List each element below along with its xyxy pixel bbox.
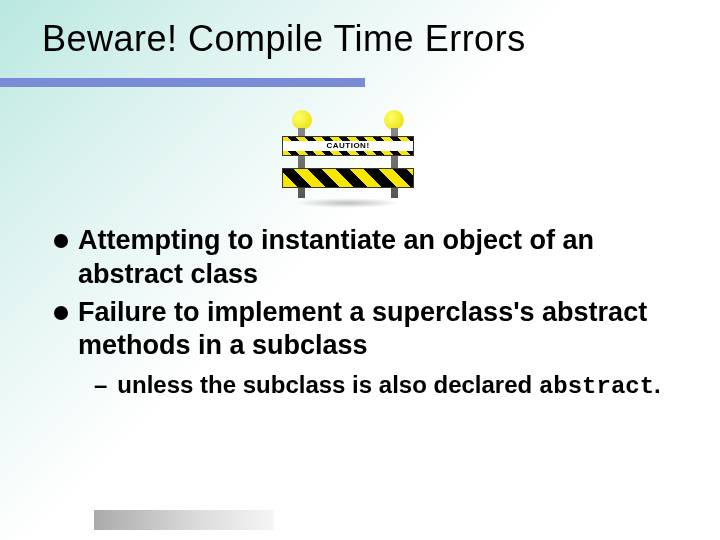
sub-bullet-item: – unless the subclass is also declared a… (94, 369, 680, 402)
slide-title: Beware! Compile Time Errors (0, 0, 720, 60)
bullet-icon (54, 234, 68, 248)
bullet-text: Failure to implement a superclass's abst… (78, 296, 680, 364)
caution-board: CAUTION! (282, 136, 414, 156)
footer-accent-bar (94, 510, 274, 530)
barricade-stripe-board (282, 168, 414, 188)
slide-body: Attempting to instantiate an object of a… (54, 224, 680, 402)
warning-light-icon (292, 110, 312, 130)
caution-sign-icon: CAUTION! (278, 110, 418, 202)
bullet-item: Failure to implement a superclass's abst… (54, 296, 680, 364)
code-keyword: abstract (539, 373, 654, 400)
warning-light-icon (384, 110, 404, 130)
bullet-text: Attempting to instantiate an object of a… (78, 224, 680, 292)
title-underline (0, 78, 365, 87)
bullet-item: Attempting to instantiate an object of a… (54, 224, 680, 292)
shadow (296, 198, 400, 208)
bullet-icon (54, 306, 68, 320)
dash-icon: – (94, 369, 107, 400)
sub-bullet-text: unless the subclass is also declared abs… (117, 369, 660, 402)
sub-text-prefix: unless the subclass is also declared (117, 371, 539, 398)
sub-text-suffix: . (654, 371, 661, 398)
